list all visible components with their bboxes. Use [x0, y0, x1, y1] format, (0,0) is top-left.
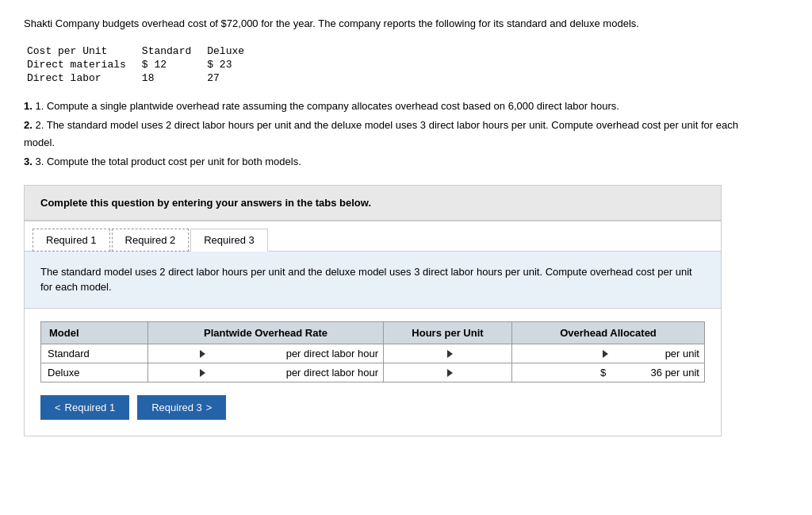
complete-instructions-box: Complete this question by entering your …	[24, 185, 722, 221]
col-header-hours: Hours per Unit	[384, 321, 512, 344]
cost-row2-standard: 18	[142, 71, 207, 85]
model-deluxe-label: Deluxe	[41, 363, 148, 382]
overhead-standard-input[interactable]	[615, 348, 662, 359]
overhead-deluxe-input[interactable]	[615, 367, 662, 379]
col-header-rate: Plantwide Overhead Rate	[148, 321, 384, 344]
overhead-table: Model Plantwide Overhead Rate Hours per …	[40, 321, 705, 382]
tab-required-3[interactable]: Required 3	[190, 229, 268, 252]
rate-standard-suffix: per direct labor hour	[286, 348, 378, 359]
next-button[interactable]: Required 3	[137, 395, 226, 420]
overhead-standard-cell: per unit	[512, 344, 705, 363]
chevron-right-icon	[206, 402, 213, 413]
triangle-icon-deluxe-hours	[447, 369, 453, 377]
cost-table: Cost per Unit Standard Deluxe Direct mat…	[27, 44, 788, 85]
next-button-label: Required 3	[151, 402, 202, 413]
col-header-model: Model	[41, 321, 148, 344]
cost-row2-label: Direct labor	[27, 71, 142, 85]
question-2: 2. 2. The standard model uses 2 direct l…	[24, 117, 769, 152]
hours-standard-cell	[384, 344, 512, 363]
cost-header-col3: Deluxe	[207, 44, 260, 58]
rate-standard-input[interactable]	[212, 348, 283, 359]
rate-deluxe-cell: per direct labor hour	[148, 363, 384, 382]
overhead-deluxe-cell: $ per unit	[512, 363, 705, 382]
question-1: 1. 1. Compute a single plantwide overhea…	[24, 98, 769, 115]
hours-deluxe-cell	[384, 363, 512, 382]
prev-button-label: Required 1	[65, 402, 116, 413]
question-3: 3. 3. Compute the total product cost per…	[24, 153, 769, 171]
triangle-icon-standard-hours	[447, 350, 453, 358]
overhead-deluxe-suffix: per unit	[665, 367, 699, 379]
model-standard-label: Standard	[41, 344, 148, 363]
questions-block: 1. 1. Compute a single plantwide overhea…	[24, 98, 769, 171]
rate-deluxe-input[interactable]	[212, 367, 283, 379]
cost-row2-deluxe: 27	[207, 71, 260, 85]
triangle-icon-standard-rate	[200, 350, 205, 358]
cost-row1-deluxe: $ 23	[207, 58, 260, 71]
complete-instructions-text: Complete this question by entering your …	[40, 197, 371, 209]
intro-paragraph: Shakti Company budgets overhead cost of …	[24, 16, 769, 32]
tabs-row: Required 1 Required 2 Required 3	[25, 221, 721, 252]
rate-deluxe-suffix: per direct labor hour	[286, 367, 378, 379]
tab-description: The standard model uses 2 direct labor h…	[25, 252, 721, 309]
tab-required-2[interactable]: Required 2	[112, 229, 190, 252]
rate-standard-cell: per direct labor hour	[148, 344, 384, 363]
hours-standard-input[interactable]	[459, 348, 507, 359]
overhead-standard-suffix: per unit	[665, 348, 699, 359]
cost-header-col1: Cost per Unit	[27, 44, 142, 58]
tabs-container: Required 1 Required 2 Required 3 The sta…	[24, 221, 722, 436]
hours-deluxe-input[interactable]	[459, 367, 507, 379]
cost-header-col2: Standard	[142, 44, 207, 58]
cost-row1-label: Direct materials	[27, 58, 142, 71]
prev-button[interactable]: Required 1	[40, 395, 129, 420]
table-row-standard: Standard per direct labor hour per unit	[41, 344, 705, 363]
cost-row1-standard: $ 12	[142, 58, 207, 71]
chevron-left-icon	[55, 402, 61, 413]
col-header-overhead: Overhead Allocated	[512, 321, 705, 344]
nav-buttons: Required 1 Required 3	[40, 395, 705, 420]
data-table-wrapper: Model Plantwide Overhead Rate Hours per …	[25, 309, 721, 436]
triangle-icon-standard-overhead	[603, 350, 608, 358]
triangle-icon-deluxe-rate	[200, 369, 205, 377]
overhead-deluxe-dollar: $	[600, 367, 606, 379]
tab-required-1[interactable]: Required 1	[33, 229, 110, 252]
table-row-deluxe: Deluxe per direct labor hour $	[41, 363, 705, 382]
